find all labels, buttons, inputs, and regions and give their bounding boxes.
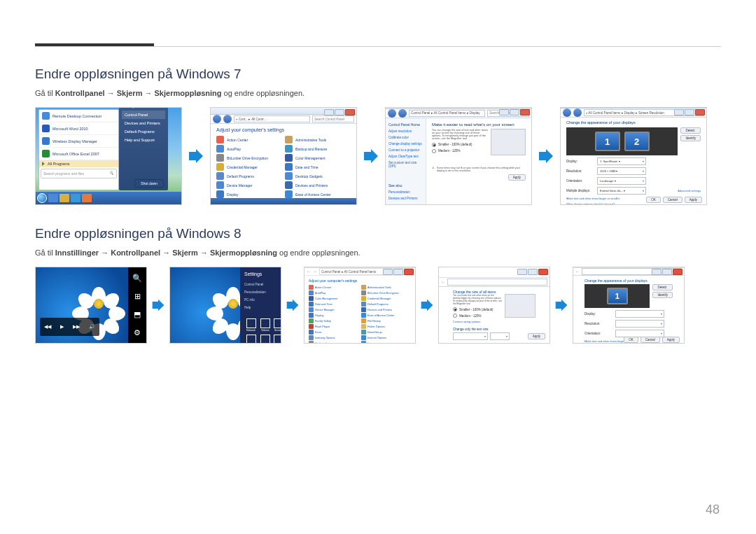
next-icon[interactable]: ▶▶	[73, 324, 80, 330]
display-select[interactable]	[615, 310, 664, 318]
start-orb-icon[interactable]	[37, 193, 47, 203]
radio-medium[interactable]: Medium - 125%	[432, 149, 488, 153]
cp-item[interactable]: Credential Manager	[216, 163, 282, 171]
detect-button[interactable]: Detect	[652, 284, 673, 290]
multi-select[interactable]: Extend these dis... ▾	[597, 187, 646, 195]
sidebar-link[interactable]: Adjust ClearType text	[388, 153, 423, 160]
forward-icon[interactable]	[573, 108, 582, 117]
cp-item[interactable]: Internet Options	[361, 335, 411, 340]
min-icon[interactable]	[674, 109, 684, 115]
cp-item[interactable]: Language	[361, 341, 411, 344]
startmenu-link[interactable]: Control Panel	[122, 111, 165, 119]
resolution-select[interactable]	[615, 320, 664, 328]
cp-item[interactable]: Credential Manager	[361, 296, 411, 301]
min-icon[interactable]	[517, 269, 527, 275]
max-icon[interactable]	[335, 109, 344, 115]
min-icon[interactable]	[324, 109, 334, 115]
startmenu-item[interactable]: Microsoft Word 2010	[39, 122, 118, 135]
max-icon[interactable]	[685, 109, 694, 115]
max-icon[interactable]	[393, 269, 403, 275]
cp-item[interactable]: Indexing Options	[309, 335, 358, 340]
settings-charm-icon[interactable]: ⚙	[132, 328, 142, 337]
apply-button[interactable]: Apply	[662, 337, 680, 343]
back-icon[interactable]: ←	[575, 269, 580, 274]
startmenu-link[interactable]: Default Programs	[122, 127, 165, 136]
cp-item[interactable]: Action Center	[216, 136, 282, 143]
startmenu-item[interactable]: Remote Desktop Connection	[39, 110, 118, 122]
play-icon[interactable]: ▶	[60, 324, 64, 330]
cancel-button[interactable]: Cancel	[663, 197, 682, 203]
cp-item[interactable]: AutoPlay	[216, 145, 282, 153]
ok-button[interactable]: OK	[624, 337, 638, 343]
close-icon[interactable]	[673, 269, 682, 275]
ok-button[interactable]: OK	[646, 197, 661, 203]
cp-item[interactable]: Fonts	[309, 330, 358, 335]
max-icon[interactable]	[662, 269, 672, 275]
cp-item[interactable]: Backup and Restore	[285, 145, 351, 153]
cp-item[interactable]: Ease of Access Center	[285, 190, 351, 198]
cp-item[interactable]: Family Safety	[309, 318, 358, 323]
volume-icon[interactable]: 🔊	[89, 324, 95, 330]
close-icon[interactable]	[404, 269, 414, 275]
cp-item[interactable]: AutoPlay	[309, 290, 358, 295]
cp-item[interactable]: Device Manager	[216, 181, 282, 189]
radio-medium[interactable]: Medium - 125%	[453, 314, 502, 318]
seealso-link[interactable]: Personalization	[388, 189, 423, 195]
sidebar-link[interactable]: Connect to a projector	[388, 147, 423, 153]
cp-item[interactable]: Action Center	[309, 285, 358, 290]
cp-item[interactable]: Date and Time	[285, 163, 351, 171]
settings-icon[interactable]: Volume	[260, 318, 270, 332]
devices-charm-icon[interactable]: ⬒	[132, 309, 142, 319]
search-charm-icon[interactable]: 🔍	[132, 273, 142, 283]
cp-item[interactable]: Ease of Access Center	[361, 313, 411, 318]
size-select[interactable]	[490, 332, 510, 340]
monitor-1-icon[interactable]: 1	[607, 288, 628, 304]
forward-icon[interactable]	[223, 115, 232, 123]
startmenu-link[interactable]: Help and Support	[122, 136, 165, 144]
cp-item[interactable]: Devices and Printers	[285, 181, 351, 189]
back-icon[interactable]	[213, 115, 221, 123]
all-programs[interactable]: All Programs	[39, 160, 118, 167]
detect-button[interactable]: Detect	[680, 127, 701, 134]
search-input[interactable]: Search programs and files🔍	[41, 169, 117, 178]
cp-item[interactable]: Flash Player	[309, 324, 358, 329]
settings-link[interactable]: Help	[244, 304, 276, 311]
forward-icon[interactable]: →	[313, 269, 317, 274]
close-icon[interactable]	[695, 109, 705, 115]
cp-item[interactable]: BitLocker Drive Encryption	[216, 154, 282, 162]
start-charm-icon[interactable]: ⊞	[132, 291, 142, 301]
cp-item[interactable]: Administrative Tools	[361, 285, 411, 290]
orientation-select[interactable]: Landscape ▾	[597, 177, 646, 185]
cp-item[interactable]: Folder Options	[361, 324, 411, 329]
settings-link[interactable]: PC info	[244, 296, 276, 304]
custom-link[interactable]: Custom sizing options	[453, 320, 536, 323]
settings-link[interactable]: Control Panel	[244, 281, 276, 288]
radio-smaller[interactable]: Smaller - 100% (default)	[432, 143, 488, 147]
cp-item[interactable]: Default Programs	[361, 302, 411, 307]
back-icon[interactable]: ←	[307, 269, 311, 274]
cp-item[interactable]: Default Programs	[216, 172, 282, 180]
cp-item[interactable]: Device Manager	[309, 307, 358, 312]
max-icon[interactable]	[510, 109, 519, 115]
search-input[interactable]: Search Control Panel	[312, 115, 354, 122]
cp-item[interactable]: Keyboard	[309, 341, 358, 344]
identify-button[interactable]: Identify	[652, 292, 673, 298]
settings-icon[interactable]: Keyboard	[273, 335, 281, 344]
shutdown-button[interactable]: Shut down	[134, 179, 164, 188]
close-icon[interactable]	[538, 269, 548, 275]
back-icon[interactable]	[563, 108, 571, 117]
sidebar-link[interactable]: Set custom text size (DPI)	[388, 160, 423, 169]
cp-item[interactable]: Display	[309, 313, 358, 318]
min-icon[interactable]	[499, 109, 509, 115]
cp-item[interactable]: BitLocker Drive Encryption	[361, 290, 411, 295]
cp-item[interactable]: Desktop Gadgets	[285, 172, 351, 180]
settings-link[interactable]: Personalization	[244, 288, 276, 296]
monitor-2-icon[interactable]: 2	[624, 132, 650, 151]
cp-item[interactable]: Administrative Tools	[285, 136, 351, 143]
startmenu-link[interactable]: Devices and Printers	[122, 119, 165, 127]
settings-icon[interactable]: Notifications	[244, 335, 258, 344]
taskbar-icon[interactable]	[71, 194, 80, 202]
cancel-button[interactable]: Cancel	[640, 337, 660, 343]
item-select[interactable]	[453, 332, 488, 340]
settings-icon[interactable]: Power	[260, 335, 270, 344]
